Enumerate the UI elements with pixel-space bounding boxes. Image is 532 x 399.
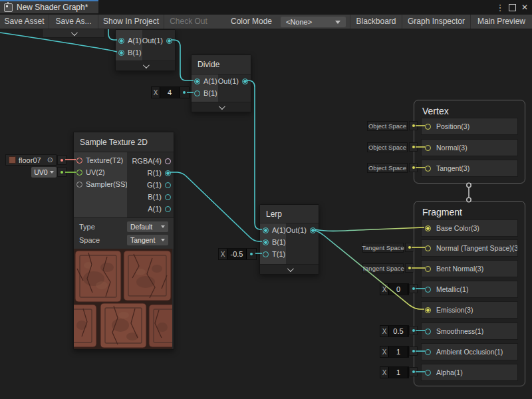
node-add-partial[interactable]: A(1) B(1) Out(1)	[115, 29, 176, 71]
port-tangent[interactable]	[425, 166, 431, 172]
ambient-occlusion-value-field[interactable]: X 1	[380, 346, 409, 358]
port-b-output[interactable]	[165, 194, 171, 200]
x-component-label: X	[380, 367, 388, 378]
port-a-label: A(1)	[203, 77, 217, 85]
port-texture-input[interactable]	[76, 158, 82, 164]
chevron-down-icon	[161, 239, 165, 241]
node-sample-texture-header[interactable]: Sample Texture 2D	[74, 132, 174, 152]
x-component-label: X	[219, 249, 227, 259]
main-preview-button[interactable]: Main Preview	[471, 15, 532, 29]
lerp-t-value-input[interactable]: -0.5	[227, 249, 247, 259]
divide-b-value-field[interactable]: X 4	[151, 86, 190, 98]
port-sampler-input[interactable]	[76, 182, 82, 188]
port-sampler-label: Sampler(SS)	[86, 180, 128, 188]
port-ambient-occlusion[interactable]	[425, 349, 431, 355]
graph-inspector-button[interactable]: Graph Inspector	[402, 15, 471, 29]
vertex-row-position[interactable]: Position(3)	[421, 118, 518, 135]
fragment-row-ambient-occlusion[interactable]: Ambient Occlusion(1)	[421, 343, 518, 360]
fragment-row-normal-ts[interactable]: Normal (Tangent Space)(3)	[421, 239, 518, 257]
port-a-output[interactable]	[165, 206, 171, 212]
node-expander[interactable]	[116, 61, 175, 70]
port-a-input[interactable]	[118, 38, 124, 44]
port-a-input[interactable]	[194, 78, 200, 84]
node-lerp-header[interactable]: Lerp	[260, 205, 319, 223]
fragment-row-emission[interactable]: Emission(3)	[421, 301, 518, 319]
vertex-row-tangent[interactable]: Tangent(3)	[421, 160, 518, 177]
blackboard-button[interactable]: Blackboard	[350, 15, 402, 29]
texture-object-field[interactable]: floor07 ⊙	[5, 154, 57, 166]
metallic-value-field[interactable]: X 0	[380, 283, 409, 295]
fragment-row-smoothness[interactable]: Smoothness(1)	[421, 323, 518, 340]
lerp-t-value-field[interactable]: X -0.5	[218, 248, 257, 260]
fragment-row-bent-normal[interactable]: Bent Normal(3)	[421, 260, 518, 277]
port-emission[interactable]	[425, 307, 431, 313]
save-as-button[interactable]: Save As...	[49, 15, 98, 29]
alpha-value-field[interactable]: X 1	[380, 366, 409, 378]
port-rgba-label: RGBA(4)	[132, 157, 162, 165]
port-b-input[interactable]	[194, 90, 200, 96]
port-out[interactable]	[242, 78, 248, 84]
close-icon[interactable]: ✕	[520, 3, 529, 12]
maximize-icon[interactable]	[509, 4, 516, 11]
collapsed-node-expander[interactable]	[42, 29, 105, 38]
title-bar: New Shader Graph* ⋮ ✕	[0, 0, 532, 15]
port-b-input[interactable]	[118, 50, 124, 56]
port-g-label: G(1)	[147, 181, 162, 189]
port-g-output[interactable]	[165, 182, 171, 188]
port-out-label: Out(1)	[218, 77, 239, 85]
vertex-context-block[interactable]: Vertex Position(3) Normal(3) Tangent(3)	[414, 100, 525, 184]
save-asset-button[interactable]: Save Asset	[0, 15, 49, 29]
port-a-input[interactable]	[263, 227, 269, 233]
port-normal-ts[interactable]	[425, 245, 431, 251]
port-uv-input[interactable]	[76, 170, 82, 176]
port-base-color[interactable]	[425, 225, 431, 231]
type-select[interactable]: Default	[127, 221, 168, 232]
fragment-context-block[interactable]: Fragment Base Color(3) Normal (Tangent S…	[414, 201, 525, 386]
port-metallic[interactable]	[425, 287, 431, 293]
port-b-label: B(1)	[148, 193, 162, 201]
port-normal[interactable]	[425, 145, 431, 151]
node-sample-texture-2d[interactable]: Sample Texture 2D Texture(T2) UV(2) Samp…	[73, 132, 174, 350]
metallic-value-input[interactable]: 0	[388, 284, 408, 295]
smoothness-value-field[interactable]: X 0.5	[380, 325, 409, 337]
position-label: Position(3)	[436, 122, 469, 130]
node-divide-header[interactable]: Divide	[192, 55, 251, 74]
metallic-label: Metallic(1)	[436, 285, 468, 293]
node-lerp[interactable]: Lerp A(1) B(1) T(1) Out(1)	[259, 204, 319, 275]
port-b-label: B(1)	[128, 49, 142, 57]
port-position[interactable]	[425, 124, 431, 130]
color-mode-select[interactable]: <None>	[281, 17, 346, 27]
port-smoothness[interactable]	[425, 329, 431, 334]
port-bent-normal[interactable]	[425, 266, 431, 272]
port-out[interactable]	[310, 227, 316, 233]
node-divide[interactable]: Divide A(1) B(1) Out(1)	[191, 55, 251, 112]
fragment-row-alpha[interactable]: Alpha(1)	[421, 364, 518, 381]
chevron-down-icon	[219, 103, 225, 110]
port-b-input[interactable]	[263, 239, 269, 245]
value-connector	[409, 326, 418, 335]
node-expander[interactable]	[192, 102, 251, 112]
uv-channel-select[interactable]: UV0	[31, 167, 57, 178]
tab-new-shader-graph[interactable]: New Shader Graph*	[0, 0, 98, 13]
port-alpha[interactable]	[425, 370, 431, 376]
node-expander[interactable]	[260, 264, 319, 274]
x-component-label: X	[380, 346, 388, 357]
normal-ts-label: Normal (Tangent Space)(3)	[436, 244, 518, 252]
port-rgba-output[interactable]	[165, 158, 171, 164]
fragment-row-base-color[interactable]: Base Color(3)	[421, 219, 518, 237]
port-t-input[interactable]	[263, 251, 269, 257]
object-picker-icon[interactable]: ⊙	[47, 156, 53, 164]
fragment-row-metallic[interactable]: Metallic(1)	[421, 281, 518, 298]
divide-b-value-input[interactable]: 4	[160, 87, 180, 98]
port-r-output[interactable]	[165, 170, 171, 176]
vertex-row-normal[interactable]: Normal(3)	[421, 139, 518, 156]
ambient-occlusion-value-input[interactable]: 1	[388, 346, 408, 357]
smoothness-value-input[interactable]: 0.5	[388, 326, 408, 336]
node-lerp-title: Lerp	[266, 209, 282, 219]
space-select[interactable]: Tangent	[127, 235, 168, 245]
show-in-project-button[interactable]: Show In Project	[98, 15, 164, 29]
port-out[interactable]	[166, 38, 172, 44]
alpha-value-input[interactable]: 1	[388, 367, 408, 378]
window-menu-icon[interactable]: ⋮	[495, 3, 505, 13]
tab-title: New Shader Graph*	[17, 3, 88, 12]
